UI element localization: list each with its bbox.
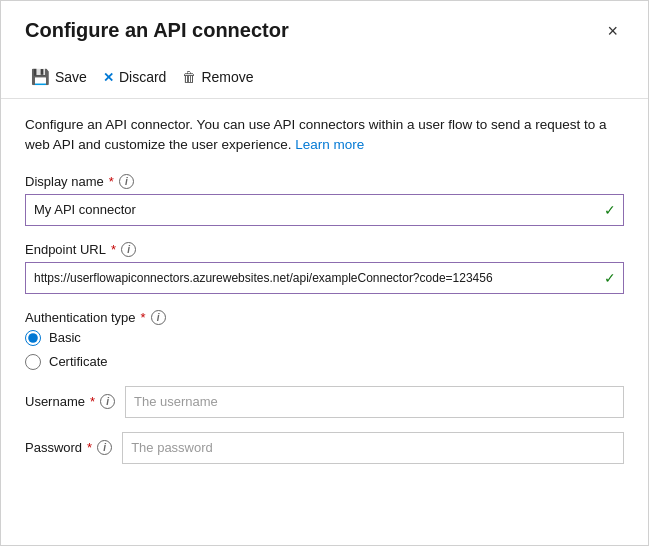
display-name-input[interactable] bbox=[25, 194, 624, 226]
display-name-input-wrapper: ✓ bbox=[25, 194, 624, 226]
remove-label: Remove bbox=[201, 69, 253, 85]
discard-button[interactable]: ✕ Discard bbox=[97, 65, 176, 89]
endpoint-url-input[interactable] bbox=[25, 262, 624, 294]
remove-icon: 🗑 bbox=[182, 69, 196, 85]
password-input[interactable] bbox=[122, 432, 624, 464]
auth-type-radio-group: Basic Certificate bbox=[25, 330, 624, 370]
display-name-field-group: Display name * i ✓ bbox=[25, 174, 624, 226]
auth-type-required: * bbox=[141, 310, 146, 325]
display-name-info-icon[interactable]: i bbox=[119, 174, 134, 189]
password-field-row: Password * i bbox=[25, 432, 624, 464]
dialog-content: Configure an API connector. You can use … bbox=[1, 99, 648, 502]
username-required: * bbox=[90, 394, 95, 409]
auth-type-basic-radio[interactable] bbox=[25, 330, 41, 346]
auth-type-label: Authentication type * i bbox=[25, 310, 624, 325]
display-name-required: * bbox=[109, 174, 114, 189]
toolbar: 💾 Save ✕ Discard 🗑 Remove bbox=[1, 56, 648, 99]
save-icon: 💾 bbox=[31, 68, 50, 86]
endpoint-url-required: * bbox=[111, 242, 116, 257]
display-name-checkmark: ✓ bbox=[604, 202, 616, 218]
learn-more-link[interactable]: Learn more bbox=[295, 137, 364, 152]
endpoint-url-label: Endpoint URL * i bbox=[25, 242, 624, 257]
endpoint-url-checkmark: ✓ bbox=[604, 270, 616, 286]
auth-type-certificate-label: Certificate bbox=[49, 354, 108, 369]
dialog-header: Configure an API connector × bbox=[1, 1, 648, 56]
configure-api-connector-dialog: Configure an API connector × 💾 Save ✕ Di… bbox=[0, 0, 649, 546]
endpoint-url-input-wrapper: ✓ bbox=[25, 262, 624, 294]
username-input[interactable] bbox=[125, 386, 624, 418]
auth-type-basic-label: Basic bbox=[49, 330, 81, 345]
auth-type-info-icon[interactable]: i bbox=[151, 310, 166, 325]
password-required: * bbox=[87, 440, 92, 455]
auth-type-certificate-option[interactable]: Certificate bbox=[25, 354, 624, 370]
username-label: Username * i bbox=[25, 394, 115, 409]
auth-type-certificate-radio[interactable] bbox=[25, 354, 41, 370]
display-name-label: Display name * i bbox=[25, 174, 624, 189]
description-text: Configure an API connector. You can use … bbox=[25, 115, 624, 156]
auth-type-basic-option[interactable]: Basic bbox=[25, 330, 624, 346]
close-button[interactable]: × bbox=[601, 20, 624, 42]
password-label: Password * i bbox=[25, 440, 112, 455]
password-info-icon[interactable]: i bbox=[97, 440, 112, 455]
endpoint-url-info-icon[interactable]: i bbox=[121, 242, 136, 257]
username-field-row: Username * i bbox=[25, 386, 624, 418]
save-button[interactable]: 💾 Save bbox=[25, 64, 97, 90]
auth-type-field-group: Authentication type * i Basic Certificat… bbox=[25, 310, 624, 370]
discard-icon: ✕ bbox=[103, 70, 114, 85]
discard-label: Discard bbox=[119, 69, 166, 85]
dialog-title: Configure an API connector bbox=[25, 19, 289, 42]
username-info-icon[interactable]: i bbox=[100, 394, 115, 409]
remove-button[interactable]: 🗑 Remove bbox=[176, 65, 263, 89]
save-label: Save bbox=[55, 69, 87, 85]
endpoint-url-field-group: Endpoint URL * i ✓ bbox=[25, 242, 624, 294]
